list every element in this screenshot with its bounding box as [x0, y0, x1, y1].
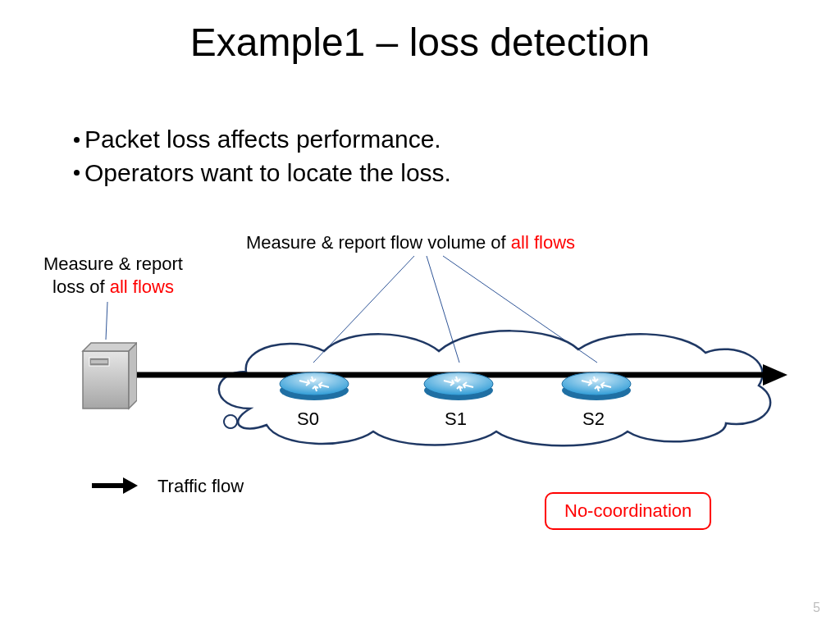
router-icon-s1 [422, 366, 495, 402]
router-icon-s0 [277, 366, 351, 402]
legend-label: Traffic flow [158, 476, 244, 497]
legend-arrow-icon [90, 476, 139, 495]
svg-marker-7 [83, 343, 137, 351]
svg-rect-10 [91, 360, 107, 363]
page-number: 5 [813, 600, 820, 615]
svg-point-14 [424, 372, 493, 395]
svg-point-12 [280, 372, 349, 395]
svg-marker-18 [123, 477, 138, 494]
callout-lines-routers [0, 0, 840, 630]
server-icon [78, 340, 137, 413]
svg-point-16 [562, 372, 631, 395]
router-label-s1: S1 [445, 409, 467, 430]
svg-marker-8 [129, 343, 137, 409]
router-label-s0: S0 [297, 409, 319, 430]
router-icon-s2 [559, 366, 633, 402]
router-label-s2: S2 [582, 409, 605, 430]
no-coordination-badge: No-coordination [545, 492, 711, 530]
svg-marker-5 [763, 364, 788, 386]
